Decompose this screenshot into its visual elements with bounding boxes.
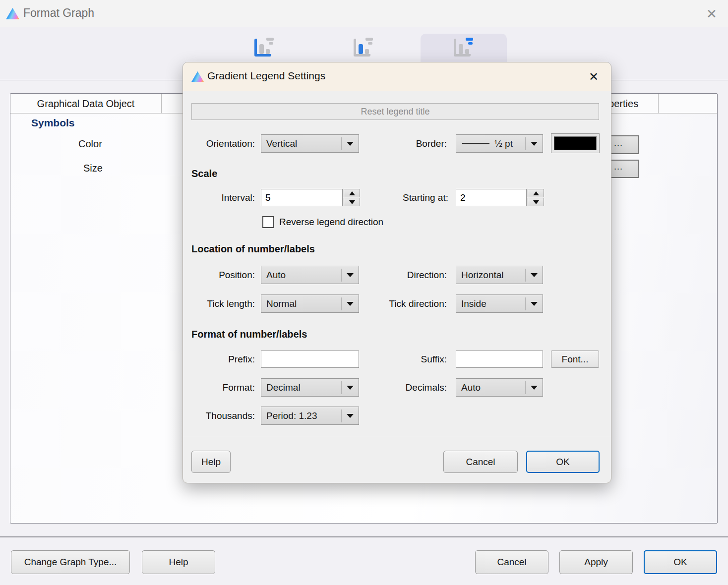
starting-at-spin-up-button[interactable]: [528, 189, 544, 197]
chevron-down-icon: [526, 302, 543, 306]
dialog-footer-separator: [183, 437, 611, 437]
thousands-label: Thousands:: [183, 407, 255, 425]
tick-length-label: Tick length:: [183, 294, 255, 313]
dialog-help-button[interactable]: Help: [191, 451, 231, 473]
prism-logo-icon: [191, 71, 204, 82]
window-close-button[interactable]: ✕: [702, 5, 721, 23]
position-label: Position:: [183, 266, 255, 284]
bar-chart-icon: [452, 37, 475, 59]
border-color-swatch[interactable]: [551, 133, 600, 153]
dialog-title: Gradient Legend Settings: [207, 70, 325, 82]
scale-section-header: Scale: [191, 168, 217, 179]
orientation-label: Orientation:: [183, 134, 255, 153]
interval-label: Interval:: [183, 189, 255, 206]
position-select[interactable]: Auto: [261, 266, 359, 284]
column-header-graphical-data-object: Graphical Data Object: [10, 94, 162, 114]
reverse-legend-direction-checkbox[interactable]: [262, 216, 274, 228]
decimals-select[interactable]: Auto: [456, 378, 543, 397]
chevron-down-icon: [526, 386, 543, 390]
ok-button[interactable]: OK: [644, 550, 717, 574]
direction-value: Horizontal: [456, 270, 525, 281]
font-button[interactable]: Font...: [551, 351, 599, 368]
object-row-size[interactable]: Size: [83, 163, 103, 174]
chevron-down-icon: [526, 273, 543, 277]
column-divider: [658, 94, 659, 114]
border-thickness-select[interactable]: ½ pt: [456, 134, 543, 153]
decimals-value: Auto: [456, 382, 525, 393]
tick-direction-value: Inside: [456, 298, 525, 309]
dialog-close-button[interactable]: ✕: [584, 67, 603, 86]
prefix-label: Prefix:: [183, 351, 255, 368]
starting-at-label: Starting at:: [347, 189, 448, 206]
dialog-cancel-button[interactable]: Cancel: [443, 451, 518, 473]
bar-chart-icon: [352, 37, 375, 59]
window-title: Format Graph: [23, 6, 94, 20]
border-color-value: [554, 136, 597, 150]
apply-button[interactable]: Apply: [559, 550, 633, 574]
starting-at-spinner: [456, 189, 544, 206]
prism-logo-icon: [6, 8, 19, 19]
change-graph-type-button[interactable]: Change Graph Type...: [11, 550, 130, 574]
format-value: Decimal: [261, 382, 341, 393]
orientation-value: Vertical: [261, 138, 341, 149]
starting-at-input[interactable]: [456, 189, 527, 206]
dialog-body: Reset legend title Orientation: Vertical…: [183, 91, 611, 484]
help-button[interactable]: Help: [142, 550, 215, 574]
tick-length-value: Normal: [261, 298, 341, 309]
direction-select[interactable]: Horizontal: [456, 266, 543, 284]
suffix-input[interactable]: [456, 351, 543, 368]
decimals-label: Decimals:: [348, 378, 447, 397]
object-row-color[interactable]: Color: [78, 138, 102, 150]
object-row-symbols[interactable]: Symbols: [31, 117, 75, 129]
dialog-ok-button[interactable]: OK: [526, 451, 600, 473]
footer-separator: [0, 536, 728, 537]
starting-at-spin-down-button[interactable]: [528, 198, 544, 206]
dialog-titlebar: Gradient Legend Settings ✕: [183, 62, 611, 91]
window-titlebar: Format Graph ✕: [0, 0, 728, 27]
tick-direction-select[interactable]: Inside: [456, 294, 543, 313]
direction-label: Direction:: [348, 266, 447, 284]
chevron-down-icon: [526, 142, 543, 146]
prefix-input[interactable]: [261, 351, 359, 368]
tick-direction-label: Tick direction:: [337, 294, 447, 313]
position-value: Auto: [261, 270, 341, 281]
reset-legend-title-button[interactable]: Reset legend title: [191, 103, 599, 120]
format-section-header: Format of number/labels: [191, 329, 307, 340]
interval-spinner: [261, 189, 360, 206]
location-section-header: Location of number/labels: [191, 243, 315, 255]
gradient-legend-settings-dialog: Gradient Legend Settings ✕ Reset legend …: [182, 62, 611, 483]
thousands-select[interactable]: Period: 1.23: [261, 407, 359, 425]
border-thickness-value: ½ pt: [494, 138, 525, 149]
triangle-down-icon: [533, 200, 539, 204]
reverse-legend-direction-label: Reverse legend direction: [279, 216, 478, 228]
border-label: Border:: [348, 134, 447, 153]
format-label: Format:: [183, 378, 255, 397]
orientation-select[interactable]: Vertical: [261, 134, 359, 153]
interval-input[interactable]: [261, 189, 343, 206]
cancel-button[interactable]: Cancel: [475, 550, 548, 574]
suffix-label: Suffix:: [348, 351, 447, 368]
format-select[interactable]: Decimal: [261, 378, 359, 397]
chevron-down-icon: [342, 414, 359, 418]
bar-chart-icon: [253, 37, 276, 59]
line-sample-icon: [462, 143, 489, 144]
triangle-up-icon: [533, 191, 539, 195]
thousands-value: Period: 1.23: [261, 410, 341, 421]
